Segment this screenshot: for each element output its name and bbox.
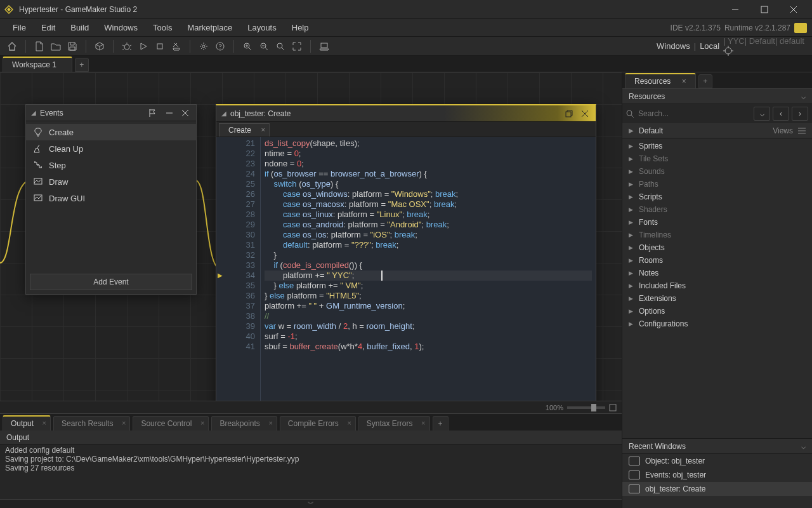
resource-node[interactable]: ▶Configurations	[622, 318, 812, 330]
resources-header[interactable]: Resources ⌵	[622, 89, 812, 104]
event-row[interactable]: Step	[26, 157, 196, 173]
resource-node[interactable]: ▶Scripts	[622, 190, 812, 203]
event-row[interactable]: Create	[26, 124, 196, 140]
clean-icon[interactable]	[169, 39, 183, 53]
add-resource-tab-button[interactable]: +	[698, 74, 712, 88]
dock-tab[interactable]: Syntax Errors×	[358, 416, 430, 431]
menu-windows[interactable]: Windows	[96, 20, 145, 35]
dock-tab[interactable]: Breakpoints×	[211, 416, 277, 431]
dock-tab[interactable]: Compile Errors×	[280, 416, 356, 431]
dock-tab[interactable]: Search Results×	[53, 416, 130, 431]
resource-node[interactable]: ▶Notes	[622, 267, 812, 279]
close-tab-icon[interactable]: ×	[122, 419, 126, 427]
resource-node[interactable]: ▶Paths	[622, 178, 812, 190]
code-content[interactable]: ds_list_copy(shape, tiles);ntime = 0;ndo…	[261, 137, 596, 401]
close-tab-icon[interactable]: ×	[421, 419, 425, 427]
resource-node[interactable]: ▶Included Files	[622, 279, 812, 292]
package-icon[interactable]	[93, 39, 107, 53]
expand-icon[interactable]	[290, 39, 304, 53]
code-editor[interactable]: 21222324252627282930313233▶3435363738394…	[216, 137, 596, 401]
laptop-icon[interactable]	[317, 39, 331, 53]
resource-node[interactable]: ▶Timelines	[622, 229, 812, 241]
recent-windows-header[interactable]: Recent Windows ⌵	[622, 439, 812, 454]
line-gutter[interactable]: 21222324252627282930313233▶3435363738394…	[216, 137, 261, 401]
resource-node[interactable]: ▶Shaders	[622, 203, 812, 216]
menu-tools[interactable]: Tools	[145, 20, 180, 35]
recent-window-row[interactable]: obj_tester: Create	[622, 482, 812, 496]
zoom-in-icon[interactable]	[240, 39, 254, 53]
zoom-reset-icon[interactable]	[273, 39, 287, 53]
code-tab[interactable]: Create ×	[219, 123, 270, 137]
menu-help[interactable]: Help	[284, 20, 317, 35]
resources-tab[interactable]: Resources ×	[625, 73, 696, 88]
dock-resize-handle[interactable]: ︾	[0, 499, 622, 508]
events-panel-header[interactable]: ◢ Events	[26, 105, 196, 121]
add-workspace-button[interactable]: +	[75, 58, 89, 72]
menu-marketplace[interactable]: Marketplace	[180, 20, 240, 35]
recent-window-row[interactable]: Object: obj_tester	[622, 454, 812, 468]
zoom-fit-icon[interactable]	[609, 404, 617, 411]
resource-node[interactable]: ▶Sounds	[622, 165, 812, 178]
gear-icon[interactable]	[197, 39, 211, 53]
menu-layouts[interactable]: Layouts	[240, 20, 284, 35]
next-result-button[interactable]: ›	[792, 107, 808, 121]
help-icon[interactable]	[213, 39, 227, 53]
resource-node[interactable]: ▶Extensions	[622, 292, 812, 305]
debug-icon[interactable]	[120, 39, 134, 53]
close-panel-icon[interactable]	[579, 109, 591, 118]
resource-node[interactable]: ▶Tile Sets	[622, 152, 812, 165]
dock-tab[interactable]: Output×	[3, 415, 51, 431]
menu-icon[interactable]	[798, 128, 806, 134]
target-selector[interactable]: Windows| Local| YYC| Default| default	[657, 36, 807, 56]
add-event-button[interactable]: Add Event	[30, 274, 192, 290]
event-row[interactable]: Draw GUI	[26, 190, 196, 206]
minimize-panel-icon[interactable]	[163, 108, 176, 118]
menu-build[interactable]: Build	[63, 20, 96, 35]
crosshair-icon[interactable]	[723, 46, 807, 56]
menu-edit[interactable]: Edit	[34, 20, 63, 35]
resource-node[interactable]: ▶Fonts	[622, 216, 812, 229]
event-row[interactable]: Draw	[26, 173, 196, 190]
notification-icon[interactable]	[794, 23, 807, 33]
home-icon[interactable]	[5, 39, 19, 53]
menu-file[interactable]: File	[5, 20, 34, 35]
chevron-down-icon[interactable]: ⌵	[754, 107, 770, 121]
resource-view-selector[interactable]: ▶ Default Views	[622, 123, 812, 138]
close-tab-icon[interactable]: ×	[268, 419, 272, 427]
minimize-button[interactable]	[721, 0, 750, 19]
code-panel-header[interactable]: ◢ obj_tester: Create	[216, 105, 596, 122]
event-row[interactable]: Clean Up	[26, 140, 196, 157]
resource-node[interactable]: ▶Objects	[622, 241, 812, 254]
close-button[interactable]	[779, 0, 808, 19]
flag-icon[interactable]	[145, 107, 159, 119]
play-icon[interactable]	[136, 39, 150, 53]
close-panel-icon[interactable]	[180, 109, 191, 117]
resource-node[interactable]: ▶Rooms	[622, 254, 812, 267]
workspace-tab[interactable]: Workspace 1	[3, 57, 72, 72]
resource-node[interactable]: ▶Sprites	[622, 140, 812, 152]
recent-window-row[interactable]: Events: obj_tester	[622, 468, 812, 482]
restore-panel-icon[interactable]	[563, 109, 575, 119]
stop-icon[interactable]	[153, 39, 167, 53]
close-tab-icon[interactable]: ×	[200, 419, 204, 427]
zoom-slider[interactable]	[567, 406, 605, 409]
search-input[interactable]	[637, 107, 751, 121]
output-content[interactable]: Added config defaultSaving project to: C…	[0, 444, 622, 499]
dock-tab[interactable]: Source Control×	[133, 416, 209, 431]
resource-node[interactable]: ▶Options	[622, 305, 812, 318]
close-tab-icon[interactable]: ×	[261, 126, 265, 133]
close-tab-icon[interactable]: ×	[682, 77, 686, 86]
close-tab-icon[interactable]: ×	[43, 419, 46, 427]
new-file-icon[interactable]	[32, 39, 46, 53]
zoom-out-icon[interactable]	[257, 39, 271, 53]
prev-result-button[interactable]: ‹	[773, 107, 789, 121]
maximize-button[interactable]	[750, 0, 779, 19]
close-tab-icon[interactable]: ×	[347, 419, 351, 427]
resource-tree[interactable]: ▶Sprites▶Tile Sets▶Sounds▶Paths▶Scripts▶…	[622, 138, 812, 438]
chevron-down-icon[interactable]: ⌵	[801, 442, 806, 451]
add-dock-tab-button[interactable]: +	[433, 416, 449, 431]
workspace-canvas[interactable]: ◢ Events CreateClean UpStepDrawDraw GUI …	[0, 72, 622, 401]
chevron-down-icon[interactable]: ⌵	[801, 92, 806, 101]
save-icon[interactable]	[65, 39, 79, 53]
open-folder-icon[interactable]	[49, 39, 63, 53]
